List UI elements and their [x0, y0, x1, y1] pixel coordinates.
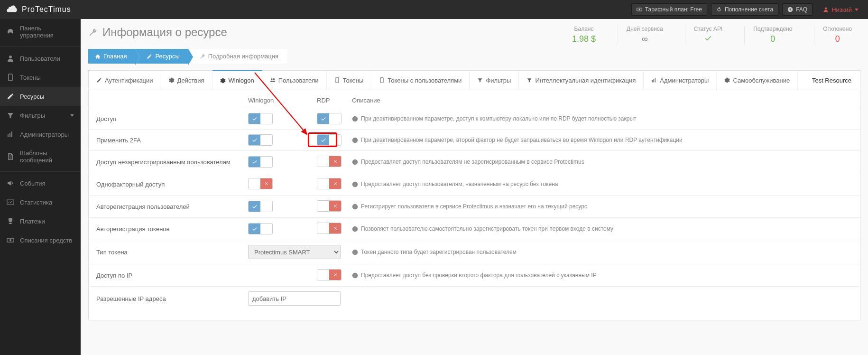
user-icon — [7, 55, 14, 62]
gear-icon — [169, 77, 175, 83]
topbar: ProTecTimus Тарифный план: Free Пополнен… — [0, 0, 868, 19]
users-icon — [270, 77, 276, 83]
breadcrumb: Главная Ресурсы Подробная информация — [88, 49, 860, 64]
tab-winlogon[interactable]: Winlogon — [212, 70, 262, 90]
check-icon — [252, 204, 258, 209]
sidebar-item-stats[interactable]: Статистика — [0, 193, 81, 212]
x-icon — [332, 159, 338, 164]
sidebar-item-filters[interactable]: Фильтры — [0, 106, 81, 125]
tab-auth[interactable]: Аутентификации — [89, 71, 161, 90]
sidebar-item-users[interactable]: Пользователи — [0, 49, 81, 68]
toggle-2fa-rdp[interactable] — [317, 134, 342, 146]
row-label: Однофакторный доступ — [96, 181, 248, 188]
col-header-rdp: RDP — [317, 97, 352, 104]
row-label: Доступ — [96, 115, 248, 122]
info-icon — [352, 226, 358, 232]
stat-rejected: Отклонено0 — [814, 26, 860, 44]
sidebar-item-admins[interactable]: Администраторы — [0, 125, 81, 144]
tab-tokens-users[interactable]: Токены с пользователями — [371, 71, 470, 90]
tab-tokens[interactable]: Токены — [327, 71, 372, 90]
refresh-icon — [716, 7, 722, 12]
toggle-autoreg-tokens-winlogon[interactable] — [248, 223, 273, 234]
toggle-access-winlogon[interactable] — [248, 113, 273, 124]
row-label: Авторегистрация пользователей — [96, 203, 248, 210]
filter-icon — [477, 77, 483, 83]
stats-bar: Баланс1.98 $ Дней сервиса∞ Статус API По… — [563, 26, 860, 44]
resource-name: Test Resource — [803, 77, 860, 84]
info-icon — [352, 159, 358, 165]
money-icon — [7, 236, 14, 244]
tab-content: Winlogon RDP Описание Доступ При деактив… — [89, 90, 860, 320]
row-allowed-ip: Разрешенные IP адреса — [89, 286, 860, 310]
page-title: Информация о ресурсе — [88, 26, 227, 39]
token-type-select[interactable]: Protectimus SMART — [248, 245, 341, 259]
sidebar-item-tokens[interactable]: Токены — [0, 68, 81, 87]
info-icon — [352, 116, 358, 122]
file-icon — [7, 153, 14, 160]
tab-users[interactable]: Пользователи — [262, 71, 327, 90]
stat-api: Статус API — [685, 26, 731, 44]
gear-icon — [724, 77, 730, 83]
faq-button[interactable]: FAQ — [782, 3, 813, 16]
bars-icon — [7, 131, 14, 138]
tab-actions[interactable]: Действия — [161, 71, 212, 90]
help-icon — [787, 7, 793, 12]
toggle-access-rdp[interactable] — [317, 113, 342, 124]
user-icon — [823, 7, 829, 12]
stat-balance: Баланс1.98 $ — [563, 26, 604, 44]
edit-icon — [96, 77, 102, 83]
toggle-ip-access-rdp[interactable] — [317, 269, 342, 280]
stat-days: Дней сервиса∞ — [618, 26, 672, 44]
x-icon — [264, 181, 269, 187]
sidebar-item-resources[interactable]: Ресурсы — [0, 87, 81, 106]
tariff-button[interactable]: Тарифный план: Free — [631, 3, 707, 16]
logo: ProTecTimus — [6, 4, 71, 15]
bars-icon — [651, 77, 657, 83]
trophy-icon — [7, 217, 14, 225]
tab-filters[interactable]: Фильтры — [470, 71, 519, 90]
filter-icon — [7, 112, 14, 119]
edit-icon — [147, 54, 152, 59]
home-icon — [95, 54, 101, 59]
info-icon — [352, 249, 358, 255]
logo-icon — [6, 4, 19, 15]
x-icon — [332, 225, 338, 231]
info-icon — [352, 272, 358, 279]
info-icon — [352, 204, 358, 210]
toggle-autoreg-tokens-rdp[interactable] — [317, 223, 342, 234]
row-label: Применить 2FA — [96, 137, 248, 144]
row-apply2fa: Применить 2FA При деактивированном парам… — [89, 129, 860, 150]
breadcrumb-home[interactable]: Главная — [88, 49, 135, 64]
sidebar-item-billing[interactable]: Списания средств — [0, 231, 81, 250]
allowed-ip-input[interactable] — [248, 291, 341, 306]
breadcrumb-resources[interactable]: Ресурсы — [135, 49, 188, 64]
toggle-unreg-winlogon[interactable] — [248, 156, 273, 168]
bullhorn-icon — [7, 179, 14, 187]
sidebar-item-events[interactable]: События — [0, 174, 81, 193]
sidebar-item-payments[interactable]: Платежи — [0, 212, 81, 231]
toggle-2fa-winlogon[interactable] — [248, 134, 273, 146]
check-icon — [321, 137, 326, 143]
tab-intel[interactable]: Интеллектуальная идентификация — [519, 71, 644, 90]
tabs-container: Аутентификации Действия Winlogon Пользов… — [88, 70, 860, 320]
tablet-icon — [379, 77, 385, 83]
sidebar-item-dashboard[interactable]: Панель управления — [0, 19, 81, 45]
user-menu[interactable]: Низкий — [819, 4, 862, 16]
sidebar-item-templates[interactable]: Шаблоны сообщений — [0, 144, 81, 169]
tab-selfservice[interactable]: Самообслуживание — [717, 71, 798, 90]
row-unreg: Доступ незарегистрированным пользователя… — [89, 150, 860, 173]
toggle-autoreg-users-rdp[interactable] — [317, 200, 342, 212]
check-icon — [321, 116, 326, 121]
row-ip-access: Доступ по IP Предоставляет доступ без пр… — [89, 264, 860, 286]
tablet-icon — [7, 74, 14, 81]
row-label: Доступ незарегистрированным пользователя… — [96, 159, 248, 166]
caret-down-icon — [70, 114, 74, 117]
toggle-onefactor-winlogon[interactable] — [248, 178, 273, 189]
table-header: Winlogon RDP Описание — [89, 90, 860, 108]
tablet-icon — [334, 77, 340, 83]
toggle-autoreg-users-winlogon[interactable] — [248, 201, 273, 212]
toggle-unreg-rdp[interactable] — [317, 156, 342, 167]
toggle-onefactor-rdp[interactable] — [317, 178, 342, 189]
refill-button[interactable]: Пополнение счета — [711, 3, 778, 16]
tab-admins[interactable]: Администраторы — [644, 71, 717, 90]
